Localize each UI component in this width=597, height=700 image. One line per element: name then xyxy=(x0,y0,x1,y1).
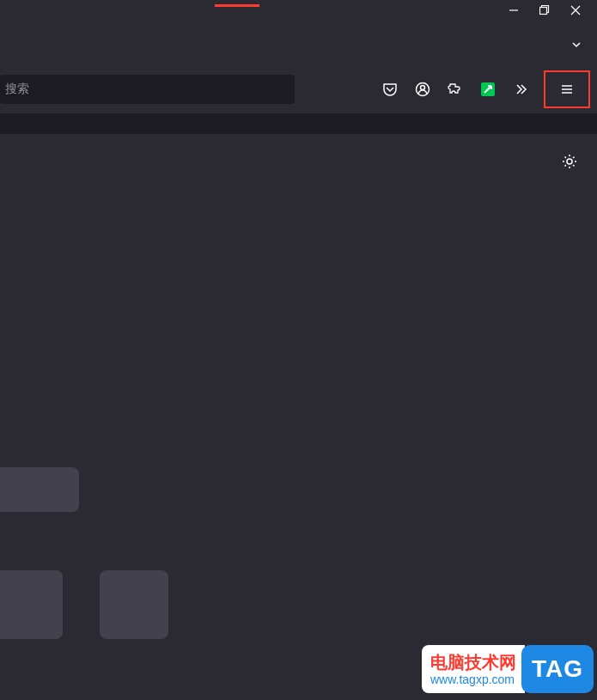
active-tab-indicator xyxy=(215,4,259,7)
titlebar-left xyxy=(0,4,259,7)
xunlei-button[interactable] xyxy=(475,76,501,102)
menu-icon xyxy=(559,82,575,97)
window-controls xyxy=(508,4,597,16)
search-input[interactable]: 搜索 xyxy=(0,75,295,104)
svg-point-6 xyxy=(421,86,425,90)
svg-point-10 xyxy=(567,159,572,164)
search-placeholder: 搜索 xyxy=(5,82,29,97)
minimize-button[interactable] xyxy=(508,4,520,16)
maximize-button[interactable] xyxy=(539,4,551,16)
shortcut-card[interactable] xyxy=(0,467,79,512)
watermark-url: www.tagxp.com xyxy=(430,673,516,687)
settings-button[interactable] xyxy=(561,153,578,170)
watermark-right: TAG xyxy=(521,645,594,693)
menu-button[interactable] xyxy=(544,70,590,108)
content-area: 电脑技术网 www.tagxp.com TAG xyxy=(0,134,597,700)
close-button[interactable] xyxy=(570,4,582,16)
tabs-dropdown-button[interactable] xyxy=(570,38,583,52)
tab-bar xyxy=(0,24,597,65)
toolbar-icons xyxy=(377,70,590,108)
toolbar: 搜索 xyxy=(0,65,597,113)
account-button[interactable] xyxy=(410,76,436,102)
titlebar xyxy=(0,0,597,24)
watermark-tag: TAG xyxy=(532,655,583,683)
overflow-button[interactable] xyxy=(508,76,533,102)
extensions-button[interactable] xyxy=(442,76,468,102)
shortcut-card[interactable] xyxy=(0,570,63,639)
xunlei-icon xyxy=(481,82,495,96)
watermark-title: 电脑技术网 xyxy=(430,652,516,673)
svg-rect-2 xyxy=(540,8,547,15)
toolbar-divider xyxy=(0,113,597,134)
watermark: 电脑技术网 www.tagxp.com TAG xyxy=(422,645,594,693)
shortcut-card[interactable] xyxy=(100,570,168,639)
pocket-button[interactable] xyxy=(377,76,403,102)
watermark-left: 电脑技术网 www.tagxp.com xyxy=(422,645,525,693)
